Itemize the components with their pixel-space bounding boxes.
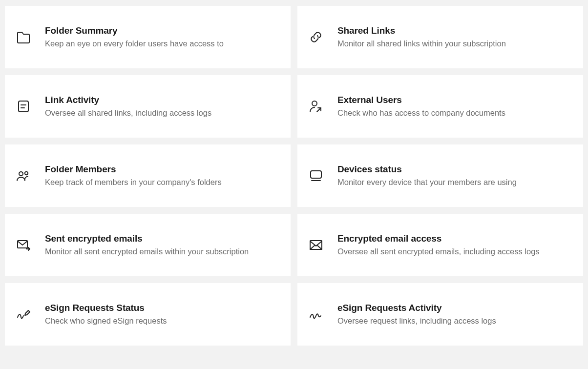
card-description: Check who signed eSign requests xyxy=(45,315,167,326)
card-folder-summary[interactable]: Folder Summary Keep an eye on every fold… xyxy=(5,6,291,68)
card-description: Monitor all shared links within your sub… xyxy=(337,38,506,49)
card-shared-links[interactable]: Shared Links Monitor all shared links wi… xyxy=(297,6,583,68)
svg-rect-0 xyxy=(19,101,28,112)
card-title: Folder Summary xyxy=(45,25,224,36)
card-description: Monitor every device that your members a… xyxy=(337,177,517,187)
mail-send-icon xyxy=(16,237,45,253)
card-title: eSign Requests Status xyxy=(45,303,167,313)
card-description: Oversee all shared links, including acce… xyxy=(45,107,211,118)
card-description: Keep track of members in your company's … xyxy=(45,177,222,187)
card-title: External Users xyxy=(337,95,505,105)
card-external-users[interactable]: External Users Check who has access to c… xyxy=(297,75,583,138)
card-link-activity[interactable]: Link Activity Oversee all shared links, … xyxy=(5,75,291,138)
card-sent-encrypted-emails[interactable]: Sent encrypted emails Monitor all sent e… xyxy=(5,214,291,276)
folder-icon xyxy=(16,29,45,45)
users-group-icon xyxy=(16,168,45,184)
card-description: Check who has access to company document… xyxy=(337,107,505,118)
card-encrypted-email-access[interactable]: Encrypted email access Oversee all sent … xyxy=(297,214,583,276)
card-esign-status[interactable]: eSign Requests Status Check who signed e… xyxy=(5,283,291,346)
signature-pencil-icon xyxy=(16,307,45,322)
svg-point-3 xyxy=(312,101,317,106)
card-title: eSign Requests Activity xyxy=(337,303,496,313)
user-arrow-icon xyxy=(308,99,337,114)
svg-point-5 xyxy=(25,172,28,175)
card-title: Folder Members xyxy=(45,164,222,175)
monitor-icon xyxy=(308,168,337,184)
card-esign-activity[interactable]: eSign Requests Activity Oversee request … xyxy=(297,283,583,346)
card-description: Oversee all sent encrypted emails, inclu… xyxy=(337,246,540,257)
svg-rect-6 xyxy=(311,171,321,178)
link-icon xyxy=(308,29,337,45)
card-title: Sent encrypted emails xyxy=(45,233,249,244)
card-title: Shared Links xyxy=(337,25,506,36)
card-title: Encrypted email access xyxy=(337,233,540,244)
card-title: Devices status xyxy=(337,164,517,175)
card-description: Oversee request links, including access … xyxy=(337,315,496,326)
card-description: Keep an eye on every folder users have a… xyxy=(45,38,224,49)
card-title: Link Activity xyxy=(45,95,211,105)
card-devices-status[interactable]: Devices status Monitor every device that… xyxy=(297,144,583,207)
card-folder-members[interactable]: Folder Members Keep track of members in … xyxy=(5,144,291,207)
mail-icon xyxy=(308,237,337,253)
signature-icon xyxy=(308,307,337,322)
card-description: Monitor all sent encrypted emails within… xyxy=(45,246,249,257)
document-lines-icon xyxy=(16,99,45,114)
svg-point-4 xyxy=(19,172,23,176)
cards-grid: Folder Summary Keep an eye on every fold… xyxy=(5,6,583,346)
